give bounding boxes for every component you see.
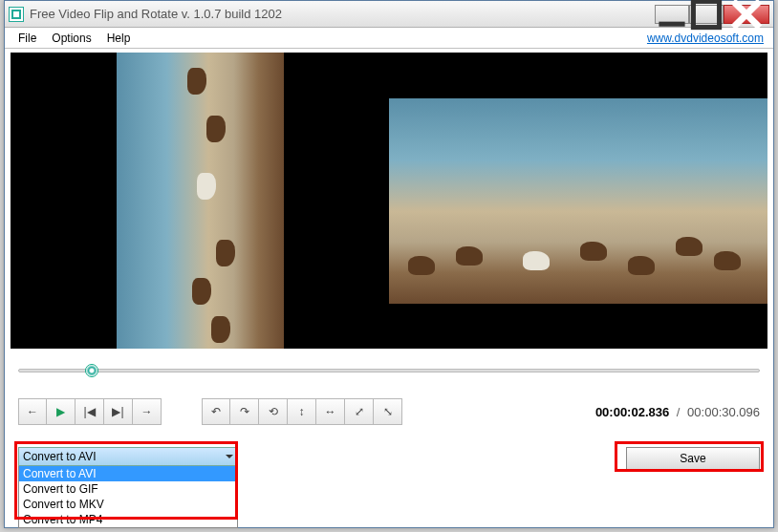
save-button[interactable]: Save <box>626 447 760 470</box>
bottom-row: Convert to AVI Convert to AVI Convert to… <box>18 447 760 521</box>
rotate-cw-icon: ↷ <box>240 405 249 418</box>
preview-right-pane <box>389 53 767 349</box>
menu-options[interactable]: Options <box>44 30 98 47</box>
timecode: 00:00:02.836 / 00:00:30.096 <box>595 405 760 419</box>
arrow-right-icon: → <box>141 405 153 418</box>
next-frame-button[interactable]: ▶| <box>104 398 133 425</box>
rotate-180-button[interactable]: ⟲ <box>259 398 288 425</box>
menu-file[interactable]: File <box>11 30 44 47</box>
seek-thumb[interactable] <box>85 364 98 377</box>
original-video-thumb <box>117 53 284 349</box>
format-option[interactable]: Convert to MKV <box>19 497 237 512</box>
format-dropdown[interactable]: Convert to AVI Convert to AVI Convert to… <box>18 447 238 528</box>
rotate-group: ↶ ↷ ⟲ ↕ ↔ ⤢ ⤡ <box>202 398 402 425</box>
diag2-icon: ⤡ <box>383 405 393 418</box>
menu-help[interactable]: Help <box>99 30 139 47</box>
seek-slider[interactable] <box>18 364 760 377</box>
step-back-button[interactable]: ← <box>18 398 47 425</box>
rotate-ccw-icon: ↶ <box>211 405 221 418</box>
prev-frame-button[interactable]: |◀ <box>76 398 104 425</box>
seek-track <box>18 369 760 372</box>
close-button[interactable] <box>724 5 769 24</box>
step-fwd-button[interactable]: → <box>133 398 162 425</box>
controls-row: ← ▶ |◀ ▶| → ↶ ↷ ⟲ ↕ ↔ ⤢ ⤡ 00:00:02.836 /… <box>18 398 760 425</box>
format-option[interactable]: Convert to GIF <box>19 481 237 497</box>
skip-back-icon: |◀ <box>83 405 95 418</box>
diag1-icon: ⤢ <box>355 405 364 418</box>
skip-fwd-icon: ▶| <box>112 405 123 418</box>
flip-diag1-button[interactable]: ⤢ <box>345 398 374 425</box>
preview-left-pane <box>11 53 389 349</box>
menubar: File Options Help www.dvdvideosoft.com <box>5 28 773 49</box>
format-selected[interactable]: Convert to AVI <box>18 447 238 466</box>
website-link[interactable]: www.dvdvideosoft.com <box>647 32 767 45</box>
window-title: Free Video Flip and Rotate v. 1.0.7 buil… <box>30 7 655 21</box>
rotated-video-thumb <box>389 98 767 304</box>
play-icon: ▶ <box>56 405 65 418</box>
preview-area <box>11 53 767 349</box>
arrow-left-icon: ← <box>27 405 38 418</box>
rotate-90cw-button[interactable]: ↷ <box>230 398 259 425</box>
flip-h-icon: ↔ <box>325 405 336 418</box>
minimize-button[interactable] <box>655 5 689 24</box>
rotate-180-icon: ⟲ <box>269 405 278 418</box>
flip-v-icon: ↕ <box>299 405 305 418</box>
transport-group: ← ▶ |◀ ▶| → <box>18 398 162 425</box>
play-button[interactable]: ▶ <box>47 398 76 425</box>
flip-diag2-button[interactable]: ⤡ <box>374 398 402 425</box>
rotate-90ccw-button[interactable]: ↶ <box>202 398 230 425</box>
format-option[interactable]: Convert to MP4 <box>19 512 237 527</box>
flip-vertical-button[interactable]: ↕ <box>288 398 316 425</box>
time-separator: / <box>677 405 681 419</box>
time-total: 00:00:30.096 <box>687 405 760 419</box>
format-options-list: Convert to AVI Convert to GIF Convert to… <box>18 466 238 528</box>
flip-horizontal-button[interactable]: ↔ <box>316 398 345 425</box>
svg-rect-1 <box>693 1 719 27</box>
format-option[interactable]: Convert to AVI <box>19 466 237 481</box>
titlebar[interactable]: Free Video Flip and Rotate v. 1.0.7 buil… <box>5 1 773 28</box>
time-current: 00:00:02.836 <box>595 405 669 419</box>
app-window: Free Video Flip and Rotate v. 1.0.7 buil… <box>4 0 774 528</box>
app-icon <box>9 7 24 22</box>
maximize-button[interactable] <box>689 5 724 24</box>
